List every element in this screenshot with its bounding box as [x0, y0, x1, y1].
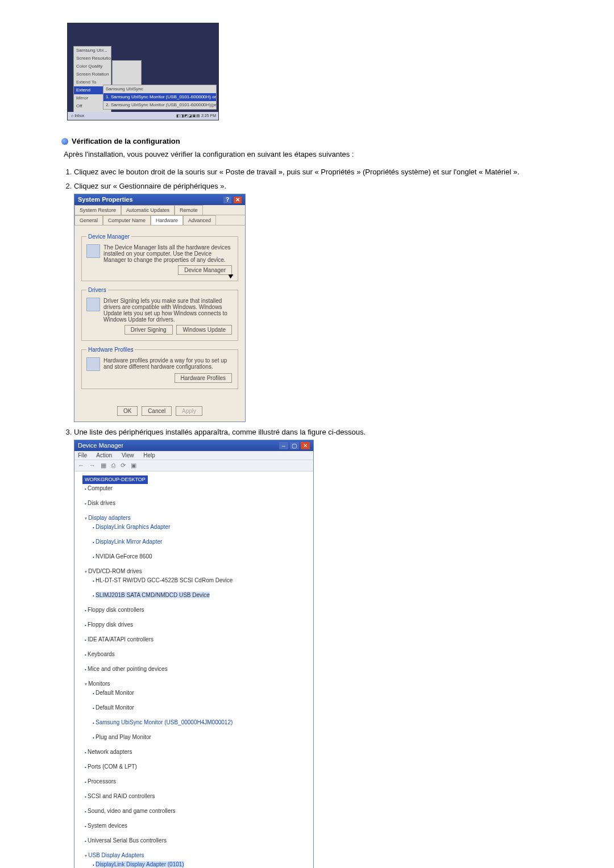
- menu-file: File: [78, 452, 87, 458]
- legend-device-manager: Device Manager: [86, 233, 131, 240]
- tab-auto-updates: Automatic Updates: [121, 205, 175, 215]
- step-2-text: Cliquez sur « Gestionnaire de périphériq…: [74, 182, 226, 190]
- toolbar: ← → ▦ ⎙ ⟳ ▣: [74, 460, 313, 471]
- close-icon: ✕: [234, 197, 242, 203]
- tree-item: IDE ATA/ATAPI controllers: [85, 635, 310, 644]
- devmgr-icon: [86, 244, 100, 258]
- device-tree: WORKGROUP-DESKTOP ComputerDisk drivesDis…: [74, 471, 313, 868]
- step-3-text: Une liste des périphériques installés ap…: [74, 428, 366, 436]
- tree-item: DisplayLink Mirror Adapter: [93, 537, 310, 546]
- menu-action: Action: [96, 452, 112, 458]
- tree-root: WORKGROUP-DESKTOP: [82, 475, 148, 484]
- tree-item: Sound, video and game controllers: [85, 807, 310, 816]
- tab-hardware: Hardware: [151, 215, 183, 225]
- step-1: Cliquez avec le bouton droit de la souri…: [74, 168, 563, 176]
- dialog-titlebar: System Properties ? ✕: [74, 194, 245, 205]
- taskbar-left: ⌂ Inbox: [71, 112, 84, 120]
- toolbar-icon: ▣: [131, 462, 136, 469]
- drivers-text: Driver Signing lets you make sure that i…: [103, 298, 233, 323]
- menu-help: Help: [143, 452, 155, 458]
- taskbar: ⌂ Inbox ◧◨◩◪▣▤ 2:25 PM: [68, 112, 218, 120]
- device-manager-button: Device Manager: [178, 265, 232, 275]
- taskbar-tray: ◧◨◩◪▣▤ 2:25 PM: [176, 112, 218, 120]
- group-device-manager: Device Manager The Device Manager lists …: [81, 233, 238, 281]
- toolbar-icon: ▦: [101, 462, 106, 469]
- group-hardware-profiles: Hardware Profiles Hardware profiles prov…: [81, 347, 238, 389]
- maximize-icon: ▢: [290, 442, 299, 449]
- toolbar-icon: ⎙: [111, 462, 115, 469]
- dialog-title: System Properties: [78, 196, 133, 203]
- window-titlebar: Device Manager – ▢ ✕: [74, 440, 313, 451]
- devmgr-text: The Device Manager lists all the hardwar…: [103, 244, 233, 263]
- tab-row-1: System Restore Automatic Updates Remote: [74, 205, 245, 215]
- step-3: Une liste des périphériques installés ap…: [74, 428, 563, 868]
- hw-profiles-text: Hardware profiles provide a way for you …: [103, 357, 233, 371]
- tree-item: Samsung UbiSync Monitor (USB_00000H4JM00…: [93, 718, 310, 727]
- apply-button: Apply: [176, 406, 202, 416]
- tree-item: NVIDIA GeForce 8600: [93, 552, 310, 561]
- context-submenu-devices: Samsung UbiSync 1. Samsung UbiSync Monit…: [103, 85, 217, 110]
- tree-item: SCSI and RAID controllers: [85, 792, 310, 801]
- screenshot-system-properties: System Properties ? ✕ System Restore Aut…: [74, 194, 246, 422]
- submenu-title: Samsung UbiSync: [103, 85, 216, 93]
- screenshot-context-menu: Samsung Ubi... Screen Resolution Color Q…: [67, 23, 219, 120]
- tree-item: Disk drives: [85, 499, 310, 508]
- tree-item: Keyboards: [85, 650, 310, 659]
- tree-item: Floppy disk controllers: [85, 606, 310, 615]
- legend-drivers: Drivers: [86, 287, 108, 293]
- submenu-item: 2. Samsung UbiSync Monitor (USB_0101-600…: [103, 101, 216, 109]
- tree-item: Ports (COM & LPT): [85, 762, 310, 771]
- paragraph: Après l'installation, vous pouvez vérifi…: [64, 150, 563, 158]
- cancel-button: Cancel: [142, 406, 172, 416]
- bullet-icon: [61, 138, 68, 145]
- tree-item: Default Monitor: [93, 703, 310, 712]
- menubar: File Action View Help: [74, 451, 313, 460]
- hardware-profiles-button: Hardware Profiles: [175, 373, 232, 383]
- submenu-item-selected: 1. Samsung UbiSync Monitor (USB_0101-600…: [103, 93, 216, 101]
- driver-signing-button: Driver Signing: [125, 325, 173, 335]
- legend-hw-profiles: Hardware Profiles: [86, 347, 135, 353]
- help-icon: ?: [223, 197, 231, 203]
- tree-item: DisplayLink Graphics Adapter: [93, 523, 310, 532]
- tree-item: Mice and other pointing devices: [85, 665, 310, 674]
- toolbar-icon: →: [89, 462, 96, 469]
- step-2: Cliquez sur « Gestionnaire de périphériq…: [74, 182, 563, 422]
- windows-update-button: Windows Update: [176, 325, 232, 335]
- tree-item: Universal Serial Bus controllers: [85, 836, 310, 845]
- group-drivers: Drivers Driver Signing lets you make sur…: [81, 287, 238, 341]
- tree-item: Processors: [85, 777, 310, 786]
- tree-item: Default Monitor: [93, 688, 310, 698]
- tree-item: Floppy disk drives: [85, 620, 310, 629]
- tab-advanced: Advanced: [183, 215, 216, 225]
- context-submenu: [112, 60, 142, 85]
- tab-system-restore: System Restore: [74, 205, 121, 215]
- tree-item: DisplayLink Display Adapter (0101): [93, 860, 310, 868]
- tree-item: System devices: [85, 821, 310, 831]
- hw-profiles-icon: [86, 357, 100, 371]
- window-title: Device Manager: [78, 442, 123, 449]
- menu-item: Samsung Ubi...: [74, 47, 111, 55]
- dialog-buttons: OK Cancel Apply: [74, 400, 245, 422]
- ok-button: OK: [117, 406, 138, 416]
- window-buttons: – ▢ ✕: [279, 442, 310, 449]
- menu-item: Color Quality: [74, 62, 111, 70]
- tree-item: DVD/CD-ROM drivesHL-DT-ST RW/DVD GCC-452…: [85, 567, 310, 600]
- menu-item: Screen Rotation: [74, 70, 111, 78]
- tab-row-2: General Computer Name Hardware Advanced: [74, 215, 245, 226]
- toolbar-icon: ⟳: [121, 462, 126, 469]
- toolbar-icon: ←: [78, 462, 84, 469]
- tree-item: HL-DT-ST RW/DVD GCC-4522B SCSI CdRom Dev…: [93, 576, 310, 585]
- screenshot-device-manager: Device Manager – ▢ ✕ File Action View He…: [74, 440, 314, 868]
- section-heading: Vérification de la configuration: [72, 137, 180, 145]
- tree-item: Display adaptersDisplayLink Graphics Ada…: [85, 514, 310, 561]
- menu-view: View: [122, 452, 134, 458]
- drivers-icon: [86, 298, 100, 311]
- tab-remote: Remote: [175, 205, 203, 215]
- tree-item: Plug and Play Monitor: [93, 733, 310, 742]
- tree-item: Network adapters: [85, 748, 310, 757]
- tree-item: SLIMJ201B SATA CMD/NMDCD USB Device: [93, 591, 310, 600]
- tree-item: Computer: [85, 484, 310, 493]
- tree-item: USB Display AdaptersDisplayLink Display …: [85, 851, 310, 868]
- minimize-icon: –: [279, 442, 288, 449]
- menu-item: Screen Resolution: [74, 55, 111, 62]
